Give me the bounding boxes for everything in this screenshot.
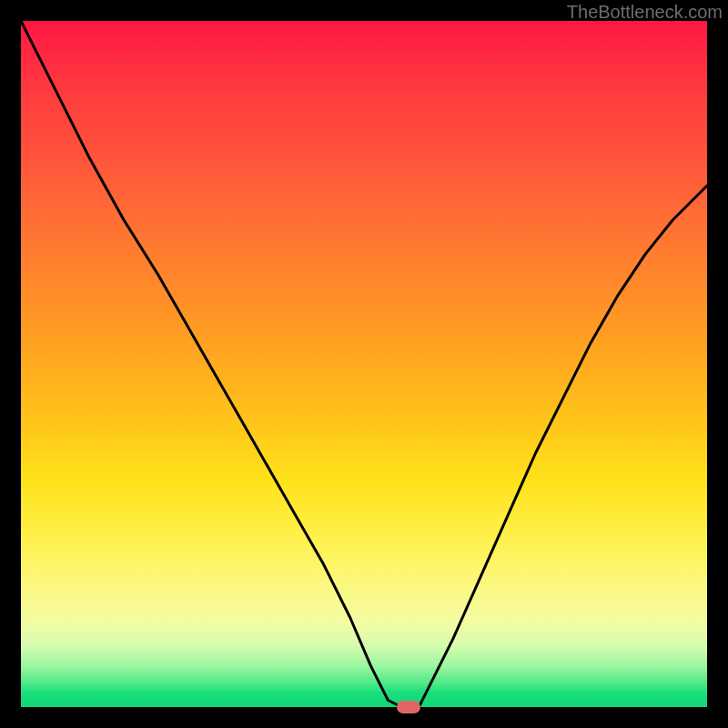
plot-area bbox=[21, 21, 707, 707]
bottleneck-marker bbox=[397, 701, 420, 713]
watermark-text: TheBottleneck.com bbox=[567, 2, 723, 23]
bottleneck-curve bbox=[21, 21, 707, 707]
chart-frame: TheBottleneck.com bbox=[0, 0, 728, 728]
